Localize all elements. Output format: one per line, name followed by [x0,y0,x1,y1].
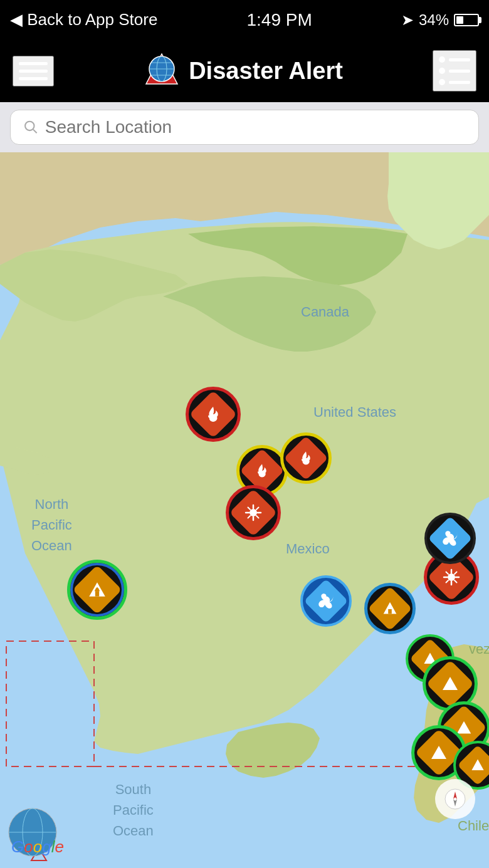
search-bar [0,102,489,152]
back-button[interactable]: ◀ Back to App Store [10,10,157,29]
svg-point-31 [448,573,455,581]
hamburger-menu-button[interactable] [13,56,54,86]
clock: 1:49 PM [247,10,312,30]
list-menu-button[interactable] [433,50,476,92]
marker-cyclone-black-1[interactable] [424,513,476,564]
marker-volcano-blue-1[interactable] [364,583,416,634]
svg-marker-44 [471,759,483,770]
svg-line-8 [33,130,37,133]
svg-line-38 [455,572,457,575]
svg-line-24 [256,516,259,518]
app-logo-icon: ! [144,53,180,89]
svg-line-25 [256,508,259,510]
svg-point-18 [250,509,257,516]
nav-bar: ! Disaster Alert [0,39,489,102]
google-logo: Google [11,837,64,857]
svg-line-36 [446,572,449,575]
svg-marker-43 [431,746,446,759]
marker-sun-red-1[interactable] [226,485,281,540]
svg-line-23 [248,508,251,510]
svg-line-26 [248,516,251,518]
status-right: ➤ 34% [401,11,479,29]
map-area[interactable]: Canada United States NorthPacificOcean M… [0,152,489,868]
compass-icon [444,788,466,810]
search-icon [23,119,39,135]
app-title-text: Disaster Alert [189,58,343,85]
marker-volcano-green-1[interactable] [67,560,127,620]
svg-rect-28 [95,591,99,597]
search-input-wrap[interactable] [10,110,479,145]
marker-fire-red-1[interactable] [186,387,241,442]
svg-point-7 [25,122,34,130]
svg-line-39 [446,580,449,583]
marker-fire-yellow-2[interactable] [280,432,332,484]
location-arrow-icon: ➤ [401,11,414,29]
marker-cyclone-blue-1[interactable] [300,575,352,627]
compass-button[interactable] [435,779,475,819]
battery-icon [454,14,479,26]
battery-percent: 34% [419,11,449,29]
search-input[interactable] [45,117,466,137]
svg-rect-30 [388,609,392,614]
svg-line-37 [455,580,457,583]
svg-marker-41 [443,677,458,690]
status-bar: ◀ Back to App Store 1:49 PM ➤ 34% [0,0,489,39]
back-label: ◀ Back to App Store [10,10,157,29]
app-title-group: ! Disaster Alert [144,53,343,89]
